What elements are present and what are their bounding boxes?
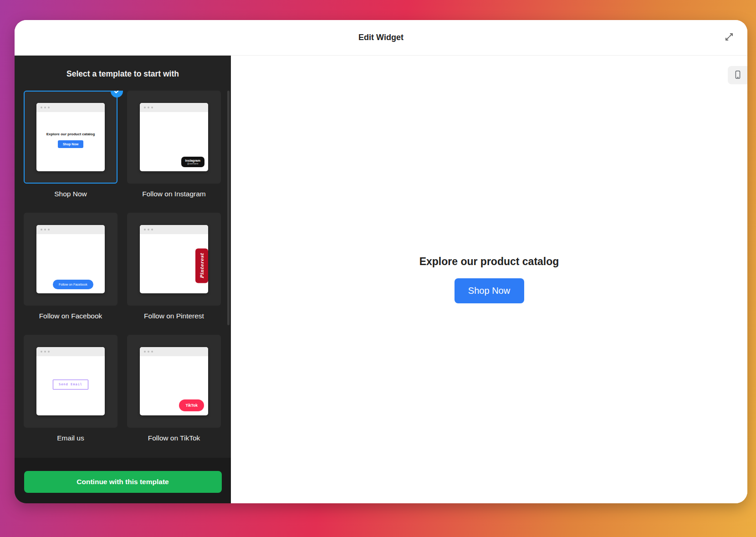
mini-shop-now-button: Shop Now [58,140,83,148]
sidebar-scrollbar[interactable] [227,91,230,325]
expand-diagonal-icon [723,31,735,44]
template-card-shop-now[interactable]: Explore our product catalog Shop Now [24,91,117,184]
mini-facebook-button: Follow on Facebook [53,280,93,289]
window-dots-icon [140,347,208,356]
expand-button[interactable] [721,30,737,46]
template-label: Shop Now [24,190,117,198]
template-cell-instagram: Instagram @username Follow on Instagram [127,91,221,198]
template-preview-window: Send Email [36,347,105,415]
template-preview-window: TikTok [140,347,208,415]
template-preview-window: Instagram @username [140,103,208,171]
template-cell-shop-now: Explore our product catalog Shop Now Sho… [24,91,117,198]
window-dots-icon [36,225,105,234]
mobile-icon [733,70,743,81]
widget-preview-area: Explore our product catalog Shop Now [231,56,747,503]
modal-header: Edit Widget [15,20,747,56]
template-card-tiktok[interactable]: TikTok [127,335,221,428]
template-label: Follow on TikTok [127,434,221,442]
template-preview-window: Pinterest [140,225,208,293]
widget-heading: Explore our product catalog [419,256,559,268]
mini-pinterest-tab: Pinterest [195,249,208,283]
template-cell-tiktok: TikTok Follow on TikTok [127,335,221,442]
template-preview-window: Follow on Facebook [36,225,105,293]
window-dots-icon [140,103,208,112]
mini-tiktok-button: TikTok [179,399,204,411]
template-sidebar: Select a template to start with [15,56,231,503]
window-dots-icon [36,347,105,356]
template-card-email[interactable]: Send Email [24,335,117,428]
sidebar-heading: Select a template to start with [15,56,231,91]
edit-widget-modal: Edit Widget Select a template to start w… [15,20,747,503]
template-cell-email: Send Email Email us [24,335,117,442]
template-label: Follow on Pinterest [127,312,221,320]
continue-template-button[interactable]: Continue with this template [24,471,222,493]
check-icon [111,91,123,97]
shop-now-button[interactable]: Shop Now [455,278,524,303]
sidebar-footer: Continue with this template [15,458,231,503]
template-label: Email us [24,434,117,442]
template-card-instagram[interactable]: Instagram @username [127,91,221,184]
template-label: Follow on Facebook [24,312,117,320]
template-cell-pinterest: Pinterest Follow on Pinterest [127,213,221,320]
modal-title: Edit Widget [358,33,404,42]
template-card-facebook[interactable]: Follow on Facebook [24,213,117,306]
mini-instagram-badge: Instagram @username [181,157,204,167]
template-preview-window: Explore our product catalog Shop Now [36,103,105,171]
mini-heading: Explore our product catalog [46,132,95,136]
template-list[interactable]: Explore our product catalog Shop Now Sho… [15,91,231,458]
mini-send-email-button: Send Email [53,379,88,389]
mobile-preview-button[interactable] [728,66,747,84]
template-cell-facebook: Follow on Facebook Follow on Facebook [24,213,117,320]
window-dots-icon [140,225,208,234]
template-card-pinterest[interactable]: Pinterest [127,213,221,306]
template-label: Follow on Instagram [127,190,221,198]
